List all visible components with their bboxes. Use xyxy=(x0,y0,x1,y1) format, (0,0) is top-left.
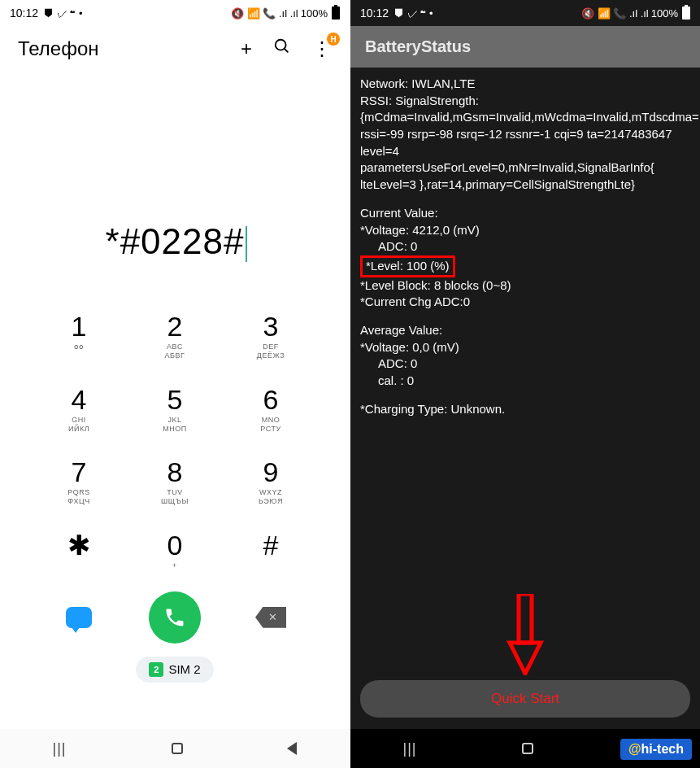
key-3[interactable]: 3DEF ДЕЁЖЗ xyxy=(223,308,319,366)
key-4[interactable]: 4GHI ИЙКЛ xyxy=(31,381,127,439)
notification-badge: H xyxy=(327,33,340,46)
key-hash[interactable]: # xyxy=(223,526,319,575)
key-8[interactable]: 8TUV ШЩЪЫ xyxy=(127,453,223,512)
key-7[interactable]: 7PQRS ФХЦЧ xyxy=(31,453,127,512)
status-bar: 10:12 ⛊ ✓ ☁ • 🔇 📶 📞 .ıl .ıl 100% xyxy=(350,0,700,26)
network-line: Network: IWLAN,LTE xyxy=(360,76,690,93)
more-icon[interactable]: ⋮ H xyxy=(312,37,332,60)
search-icon[interactable] xyxy=(273,37,291,60)
key-1[interactable]: 1ᴏᴏ xyxy=(31,308,127,366)
status-time: 10:12 xyxy=(10,7,38,20)
quick-start-button[interactable]: Quick Start xyxy=(360,680,690,718)
phone-dialer-screen: 10:12 ⛊ ✓ ☁ • 🔇 📶 📞 .ıl .ıl 100% Телефон… xyxy=(0,0,350,768)
watermark-at: @ xyxy=(628,742,641,756)
app-header: Телефон + ⋮ H xyxy=(0,26,350,67)
status-battery-pct: 100% xyxy=(651,7,678,20)
message-icon[interactable] xyxy=(66,607,92,628)
status-icons-left: ⛊ ✓ ☁ • xyxy=(393,7,433,20)
key-2[interactable]: 2ABC АБВГ xyxy=(127,308,223,366)
level-block-line: *Level Block: 8 blocks (0~8) xyxy=(360,277,690,295)
sim-selector[interactable]: 2 SIM 2 xyxy=(136,657,213,683)
status-time: 10:12 xyxy=(360,7,389,20)
battery-status-screen: 10:12 ⛊ ✓ ☁ • 🔇 📶 📞 .ıl .ıl 100% Battery… xyxy=(350,0,700,768)
avg-adc-line: ADC: 0 xyxy=(360,356,690,373)
app-title: Телефон xyxy=(18,37,99,60)
chg-adc-line: *Current Chg ADC:0 xyxy=(360,294,690,311)
battery-icon xyxy=(682,7,690,20)
nav-bar: ||| xyxy=(0,729,350,768)
nav-back-icon[interactable] xyxy=(287,742,297,755)
annotation-arrow-icon xyxy=(507,594,544,679)
status-icons-left: ⛊ ✓ ☁ • xyxy=(43,7,82,20)
sim-badge: 2 xyxy=(149,662,163,677)
nav-home-icon[interactable] xyxy=(522,743,533,754)
dial-keypad: 1ᴏᴏ 2ABC АБВГ 3DEF ДЕЁЖЗ 4GHI ИЙКЛ 5JKL … xyxy=(0,308,350,575)
status-battery-pct: 100% xyxy=(301,7,328,20)
watermark-brand: hi-tech xyxy=(641,742,684,756)
watermark: @hi-tech xyxy=(620,739,692,760)
add-icon[interactable]: + xyxy=(241,37,252,60)
svg-marker-3 xyxy=(510,643,541,674)
nav-recent-icon[interactable]: ||| xyxy=(402,740,416,757)
status-icons-right: 🔇 📶 📞 .ıl .ıl xyxy=(231,7,298,20)
key-0[interactable]: 0+ xyxy=(127,526,223,575)
battery-icon xyxy=(332,7,340,20)
cal-line: cal. : 0 xyxy=(360,373,690,390)
key-5[interactable]: 5JKL МНОП xyxy=(127,381,223,439)
current-value-header: Current Value: xyxy=(360,205,690,222)
sim-label: SIM 2 xyxy=(168,662,200,676)
backspace-icon[interactable] xyxy=(255,607,286,628)
key-9[interactable]: 9WXYZ ЬЭЮЯ xyxy=(223,453,319,512)
svg-point-0 xyxy=(276,40,286,50)
dialed-number[interactable]: *#0228# xyxy=(106,221,245,262)
level-line-highlighted: *Level: 100 (%) xyxy=(360,255,455,277)
status-bar: 10:12 ⛊ ✓ ☁ • 🔇 📶 📞 .ıl .ıl 100% xyxy=(0,0,350,26)
status-icons-right: 🔇 📶 📞 .ıl .ıl xyxy=(581,7,649,20)
call-button[interactable] xyxy=(149,591,201,644)
avg-voltage-line: *Voltage: 0,0 (mV) xyxy=(360,339,690,356)
svg-line-1 xyxy=(285,49,289,53)
adc-line: ADC: 0 xyxy=(360,238,690,255)
key-6[interactable]: 6MNO РСТУ xyxy=(223,381,319,439)
key-star[interactable]: ✱ xyxy=(31,526,127,575)
nav-recent-icon[interactable]: ||| xyxy=(52,740,66,757)
svg-rect-2 xyxy=(519,594,532,643)
voltage-line: *Voltage: 4212,0 (mV) xyxy=(360,222,690,239)
screen-title: BatteryStatus xyxy=(350,26,700,68)
charging-type-line: *Charging Type: Unknown. xyxy=(360,401,690,418)
battery-info-text: Network: IWLAN,LTE RSSI: SignalStrength:… xyxy=(350,68,700,425)
rssi-line: RSSI: SignalStrength:{mCdma=Invalid,mGsm… xyxy=(360,93,690,194)
nav-home-icon[interactable] xyxy=(172,743,183,754)
average-value-header: Average Value: xyxy=(360,322,690,339)
